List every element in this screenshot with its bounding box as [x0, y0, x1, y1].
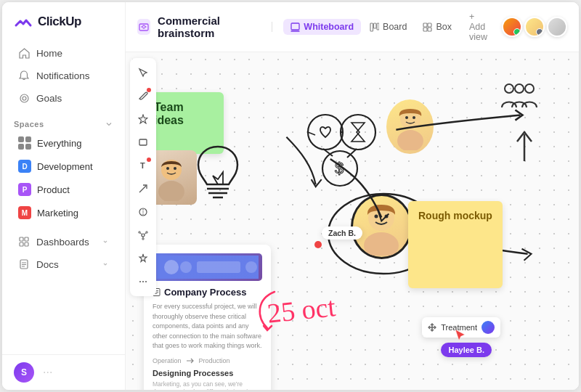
handwritten-date: 25 oct: [266, 290, 337, 330]
tab-box[interactable]: Box: [415, 19, 459, 35]
svg-rect-16: [423, 23, 427, 27]
sidebar-item-product[interactable]: P Product: [7, 179, 121, 200]
svg-rect-21: [139, 139, 147, 145]
svg-point-69: [525, 84, 534, 93]
svg-point-35: [139, 281, 141, 282]
svg-rect-19: [428, 28, 431, 31]
svg-point-45: [308, 115, 343, 150]
treatment-avatar: [482, 321, 495, 334]
dev-dot: D: [18, 160, 31, 173]
user-avatar[interactable]: S: [14, 362, 34, 383]
diagram-area: $: [282, 107, 398, 204]
move-icon: [428, 323, 436, 332]
haylee-tag[interactable]: Haylee B.: [441, 343, 492, 357]
svg-point-36: [142, 281, 144, 282]
tab-board[interactable]: Board: [362, 19, 414, 35]
tab-whiteboard[interactable]: Whiteboard: [283, 19, 361, 35]
sidebar-item-development[interactable]: D Development: [7, 155, 121, 177]
sidebar-bottom: Dashboards Docs: [2, 230, 125, 276]
svg-point-31: [142, 238, 144, 240]
sidebar-item-dashboards[interactable]: Dashboards: [7, 231, 121, 253]
notifications-label: Notifications: [36, 70, 90, 81]
cursor-tool[interactable]: [133, 62, 153, 83]
add-view-button[interactable]: + Add view: [462, 9, 495, 45]
doc-small-text: Marketing, as you can see, we're demonst…: [153, 380, 262, 391]
star-tool[interactable]: [133, 248, 153, 269]
sidebar-logo: ClickUp: [2, 2, 125, 38]
svg-rect-61: [197, 261, 240, 273]
user-menu-dots[interactable]: ···: [43, 366, 52, 379]
svg-point-62: [245, 261, 257, 273]
doc-row: Operation Production: [153, 357, 262, 364]
pen-tool[interactable]: [133, 86, 153, 106]
sidebar-item-marketing[interactable]: M Marketing: [7, 202, 121, 224]
red-dot-text: [147, 158, 151, 162]
text-tool[interactable]: T: [133, 155, 153, 176]
more-tool[interactable]: [133, 271, 153, 292]
svg-point-59: [164, 260, 179, 274]
sidebar-item-everything[interactable]: Everything: [7, 132, 121, 154]
view-tabs: Whiteboard Board Box + Add view: [283, 9, 495, 45]
app-container: ClickUp Home Notifications Goals: [1, 1, 580, 391]
svg-point-38: [158, 181, 184, 201]
svg-point-40: [166, 167, 169, 170]
document-card[interactable]: Company Process For every successful pro…: [144, 245, 271, 390]
svg-point-51: [405, 116, 408, 119]
sidebar-item-docs[interactable]: Docs: [7, 253, 121, 275]
chevron-icon: [105, 120, 113, 128]
clickup-logo-icon: [14, 12, 33, 31]
marketing-dot: M: [18, 206, 31, 219]
dashboard-icon: [18, 236, 30, 248]
zach-label: Zach B.: [328, 229, 356, 237]
svg-point-1: [23, 97, 26, 100]
whiteboard-canvas[interactable]: T Tea: [126, 52, 579, 390]
svg-rect-3: [25, 237, 28, 241]
svg-point-46: [341, 115, 375, 150]
arrow-tool[interactable]: [133, 179, 153, 199]
more-shapes-tool[interactable]: [133, 202, 153, 222]
sticky-note-rough-mockup[interactable]: Rough mockup: [408, 201, 503, 288]
sidebar-item-notifications[interactable]: Notifications: [7, 65, 121, 86]
shapes-tool[interactable]: [133, 109, 153, 129]
network-tool[interactable]: [133, 225, 153, 245]
svg-line-23: [139, 186, 146, 192]
human-figures-icon: [499, 80, 539, 119]
docs-label: Docs: [36, 259, 59, 270]
red-pin: [314, 241, 322, 248]
rectangle-tool[interactable]: [133, 132, 153, 152]
doc-section: Designing Processes: [153, 369, 262, 377]
sidebar: ClickUp Home Notifications Goals: [2, 2, 126, 390]
home-icon: [18, 47, 30, 59]
avatar-1: [502, 17, 522, 37]
page-title: Commercial brainstorm: [158, 15, 258, 39]
sidebar-item-home[interactable]: Home: [7, 42, 121, 64]
sidebar-nav: Home Notifications Goals: [2, 38, 125, 113]
whiteboard-icon: [290, 23, 300, 32]
avatar-2: [524, 17, 545, 37]
svg-point-0: [20, 94, 28, 102]
box-icon: [423, 23, 432, 32]
bell-icon: [18, 70, 30, 81]
svg-text:$: $: [335, 159, 344, 177]
main-content: Commercial brainstorm Whiteboard Board B…: [126, 2, 579, 390]
svg-marker-20: [139, 115, 147, 123]
zach-tag[interactable]: Zach B.: [322, 226, 362, 240]
home-label: Home: [36, 48, 62, 59]
avatar-3: [547, 17, 567, 37]
target-icon: [18, 92, 30, 104]
haylee-label: Haylee B.: [448, 346, 484, 354]
svg-rect-2: [20, 237, 23, 241]
svg-rect-14: [374, 23, 377, 28]
svg-rect-5: [25, 242, 28, 246]
doc-banner: [153, 253, 262, 281]
doc-title: Company Process: [153, 287, 262, 298]
svg-rect-18: [423, 28, 427, 31]
svg-point-29: [139, 232, 140, 233]
page-type-icon: [137, 19, 150, 35]
svg-rect-11: [291, 23, 299, 30]
sidebar-item-goals[interactable]: Goals: [7, 87, 121, 109]
svg-text:T: T: [140, 161, 145, 170]
svg-point-25: [142, 209, 144, 211]
board-icon: [370, 23, 379, 32]
svg-point-27: [142, 213, 144, 215]
